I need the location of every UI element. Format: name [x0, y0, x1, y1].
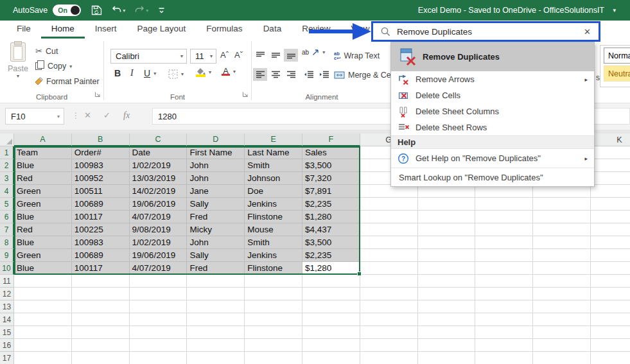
- cell-G15[interactable]: [360, 326, 418, 339]
- row-header-16[interactable]: 16: [0, 339, 14, 352]
- cell-D4[interactable]: Jane: [187, 185, 245, 198]
- cell-B9[interactable]: 100689: [72, 249, 130, 262]
- save-button[interactable]: [91, 5, 102, 15]
- cell-A16[interactable]: [14, 339, 72, 352]
- bold-button[interactable]: B: [114, 68, 121, 78]
- search-close-icon[interactable]: ✕: [584, 27, 591, 37]
- cell-D15[interactable]: [187, 326, 245, 339]
- cell-K16[interactable]: [591, 339, 630, 352]
- cell-I8[interactable]: [475, 236, 533, 249]
- cell-A10[interactable]: Blue: [14, 262, 72, 275]
- cell-G17[interactable]: [360, 352, 418, 364]
- align-right-button[interactable]: [284, 68, 298, 81]
- cell-H16[interactable]: [418, 339, 476, 352]
- cell-D3[interactable]: John: [187, 172, 245, 185]
- cell-K6[interactable]: [591, 211, 630, 223]
- fill-handle[interactable]: [357, 272, 362, 276]
- formula-bar-grip[interactable]: ⋮: [72, 111, 80, 120]
- cell-H6[interactable]: [418, 211, 476, 223]
- cell-C14[interactable]: [130, 313, 188, 326]
- cell-I10[interactable]: [475, 262, 533, 275]
- row-header-10[interactable]: 10: [0, 262, 14, 275]
- orientation-button[interactable]: ab ▾: [302, 49, 325, 56]
- increase-indent-button[interactable]: [317, 68, 331, 81]
- cell-F3[interactable]: $7,320: [302, 172, 360, 185]
- cell-A12[interactable]: [14, 288, 72, 300]
- orientation-caret[interactable]: ▾: [322, 49, 325, 55]
- column-header-E[interactable]: E: [245, 134, 302, 146]
- cell-G16[interactable]: [360, 339, 418, 352]
- cell-K9[interactable]: [591, 249, 630, 262]
- cell-F9[interactable]: $2,235: [302, 249, 360, 262]
- cell-C9[interactable]: 19/06/2019: [130, 249, 188, 262]
- cell-J5[interactable]: [533, 198, 591, 211]
- cell-E15[interactable]: [245, 326, 302, 339]
- row-header-9[interactable]: 9: [0, 249, 14, 262]
- cell-D13[interactable]: [187, 300, 245, 313]
- cell-E10[interactable]: Flinstone: [245, 262, 302, 275]
- middle-align-button[interactable]: [268, 49, 283, 62]
- cell-K14[interactable]: [591, 313, 630, 326]
- font-size-select[interactable]: 11 ▾: [190, 49, 216, 64]
- cell-A9[interactable]: Green: [14, 249, 72, 262]
- cell-E12[interactable]: [245, 288, 302, 300]
- insert-function-button[interactable]: fx: [123, 110, 130, 121]
- cell-E17[interactable]: [245, 352, 302, 364]
- undo-button[interactable]: ▾: [112, 6, 125, 15]
- cell-D1[interactable]: First Name: [187, 146, 245, 159]
- cell-C7[interactable]: 9/08/2019: [130, 223, 188, 236]
- cell-F17[interactable]: [302, 352, 360, 364]
- cell-C2[interactable]: 1/02/2019: [130, 159, 188, 172]
- column-header-A[interactable]: A: [14, 134, 72, 146]
- cell-B14[interactable]: [72, 313, 130, 326]
- cell-K11[interactable]: [591, 275, 630, 288]
- menu-item-delete-cells[interactable]: Delete Cells: [391, 87, 594, 103]
- cell-G10[interactable]: [360, 262, 418, 275]
- cell-D5[interactable]: Sally: [187, 198, 245, 211]
- font-dialog-launcher[interactable]: [243, 88, 248, 100]
- cell-C11[interactable]: [130, 275, 188, 288]
- cell-H13[interactable]: [418, 300, 476, 313]
- cell-B5[interactable]: 100689: [72, 198, 130, 211]
- cell-I14[interactable]: [475, 313, 533, 326]
- cell-K15[interactable]: [591, 326, 630, 339]
- cell-K3[interactable]: [591, 172, 630, 185]
- cell-I15[interactable]: [475, 326, 533, 339]
- cell-A3[interactable]: Red: [14, 172, 72, 185]
- menu-item-smart-lookup[interactable]: Smart Lookup on "Remove Duplicates": [391, 168, 594, 186]
- cell-H8[interactable]: [418, 236, 476, 249]
- cell-D17[interactable]: [187, 352, 245, 364]
- cell-K13[interactable]: [591, 300, 630, 313]
- cell-F1[interactable]: Sales: [302, 146, 360, 159]
- cell-J15[interactable]: [533, 326, 591, 339]
- cell-H17[interactable]: [418, 352, 476, 364]
- paste-button[interactable]: Paste ▾: [5, 42, 31, 91]
- cell-A8[interactable]: Blue: [14, 236, 72, 249]
- menu-item-remove-duplicates[interactable]: Remove Duplicates: [391, 42, 594, 71]
- cell-I4[interactable]: [475, 185, 533, 198]
- cell-C15[interactable]: [130, 326, 188, 339]
- select-all-corner[interactable]: [0, 134, 14, 146]
- cell-C6[interactable]: 4/07/2019: [130, 211, 188, 223]
- cell-K5[interactable]: [591, 198, 630, 211]
- cell-C12[interactable]: [130, 288, 188, 300]
- cell-B1[interactable]: Order#: [72, 146, 130, 159]
- cell-I9[interactable]: [475, 249, 533, 262]
- cell-E2[interactable]: Smith: [245, 159, 302, 172]
- cell-K10[interactable]: [591, 262, 630, 275]
- cell-D12[interactable]: [187, 288, 245, 300]
- fill-color-button[interactable]: ▾: [196, 67, 211, 77]
- cell-A13[interactable]: [14, 300, 72, 313]
- cell-K12[interactable]: [591, 288, 630, 300]
- cell-C3[interactable]: 13/03/2019: [130, 172, 188, 185]
- bottom-align-button[interactable]: [284, 49, 298, 62]
- cell-D10[interactable]: Fred: [187, 262, 245, 275]
- cell-E5[interactable]: Jenkins: [245, 198, 302, 211]
- cell-D7[interactable]: Micky: [187, 223, 245, 236]
- cell-C1[interactable]: Date: [130, 146, 188, 159]
- borders-caret[interactable]: ▾: [181, 71, 184, 77]
- cell-H11[interactable]: [418, 275, 476, 288]
- cell-H12[interactable]: [418, 288, 476, 300]
- cell-G8[interactable]: [360, 236, 418, 249]
- format-painter-button[interactable]: Format Painter: [34, 77, 100, 86]
